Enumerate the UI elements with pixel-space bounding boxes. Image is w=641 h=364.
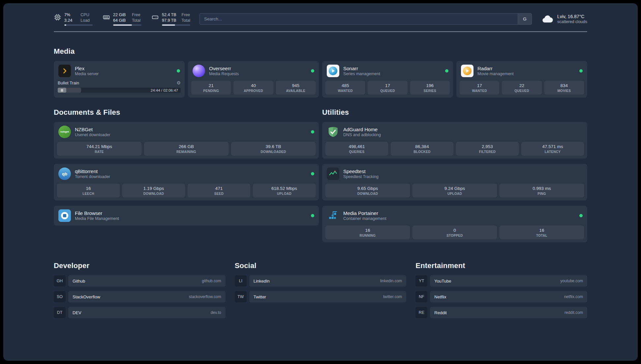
- service-link-portainer[interactable]: Media Portainer Container management: [325, 209, 584, 223]
- service-link-speedtest[interactable]: Speedtest Speedtest Tracking: [325, 167, 584, 181]
- adguard-icon: [327, 126, 339, 138]
- cpu-progress-bar: [64, 24, 93, 26]
- bookmark-name: DEV: [73, 310, 81, 315]
- bookmark-abbr: GH: [54, 275, 66, 287]
- stat-value: 1.19 Gbps: [124, 186, 184, 191]
- bookmark-linkedin[interactable]: LI LinkedIn linkedin.com: [235, 275, 407, 287]
- disk-total-value: 97.9 TB: [162, 18, 176, 23]
- bookmarks-area: Developer GH Github github.com SO StackO…: [54, 261, 587, 323]
- service-name: File Browser: [75, 210, 119, 216]
- stat-value: 40: [235, 83, 272, 88]
- stat-label: UPLOAD: [414, 192, 496, 196]
- stat-blocked: 86,384 BLOCKED: [391, 142, 453, 156]
- bookmark-dev[interactable]: DT DEV dev.to: [54, 307, 226, 318]
- service-description: Torrent downloader: [75, 174, 110, 179]
- stat-label: AVAILABLE: [277, 89, 314, 93]
- service-link-filebrowser[interactable]: File Browser Media File Management: [57, 209, 316, 223]
- service-link-plex[interactable]: Plex Media server: [57, 64, 181, 78]
- bookmark-github[interactable]: GH Github github.com: [54, 275, 226, 287]
- status-dot: [177, 69, 180, 73]
- service-link-sonarr[interactable]: Sonarr Series management: [325, 64, 450, 78]
- stat-label: LATENCY: [523, 150, 583, 154]
- topbar: 7% CPU 3.24 Load 22 GiB Free 64 GiB: [54, 12, 587, 26]
- stat-wanted: 485 WANTED: [325, 81, 365, 95]
- bookmark-name: Twitter: [254, 294, 266, 299]
- stat-value: 2,953: [457, 144, 517, 149]
- status-dot: [311, 172, 314, 175]
- bookmarks-entertainment: Entertainment YT YouTube youtube.com NF …: [415, 261, 587, 323]
- service-link-radarr[interactable]: Radarr Movie management: [460, 64, 584, 78]
- stat-value: 618.52 Mbps: [254, 186, 314, 191]
- service-card-overseerr: Overseerr Media Requests 21 PENDING 40 A…: [188, 61, 319, 98]
- stat-remaining: 266 GB REMAINING: [144, 142, 229, 156]
- stat-value: 196: [412, 83, 448, 88]
- topbar-divider: [54, 31, 587, 32]
- bookmark-stackoverflow[interactable]: SO StackOverflow stackoverflow.com: [54, 291, 226, 302]
- bookmark-twitter[interactable]: TW Twitter twitter.com: [235, 291, 407, 302]
- service-link-qbittorrent[interactable]: qb qBittorrent Torrent downloader: [57, 167, 316, 181]
- memory-label-2: Total: [132, 18, 141, 23]
- bookmark-youtube[interactable]: YT YouTube youtube.com: [415, 275, 587, 287]
- service-name: qBittorrent: [75, 168, 110, 174]
- playback-progress-bar[interactable]: 24:44 / 02:06:47: [58, 88, 181, 93]
- disk-free-value: 52.4 TB: [162, 12, 176, 18]
- cpu-label-1: CPU: [80, 12, 93, 18]
- weather-condition: scattered clouds: [557, 19, 587, 24]
- search-input[interactable]: [200, 14, 518, 24]
- disk-icon: [151, 14, 159, 21]
- service-name: Overseerr: [209, 66, 239, 71]
- section-heading-social: Social: [235, 261, 407, 270]
- pause-button[interactable]: [58, 88, 66, 93]
- bookmark-domain: youtube.com: [560, 279, 583, 283]
- stat-running: 16 RUNNING: [325, 226, 410, 239]
- service-card-nzbget: nzbget NZBGet Usenet downloader 744.21 M…: [54, 122, 319, 159]
- bookmark-name: Netflix: [434, 294, 446, 299]
- section-heading-developer: Developer: [54, 261, 226, 270]
- stat-label: QUEUED: [503, 89, 540, 93]
- stat-downloaded: 39.6 TB DOWNLOADED: [231, 142, 316, 156]
- stat-value: 834: [546, 83, 583, 88]
- service-link-adguard[interactable]: AdGuard Home DNS and adblocking: [325, 125, 584, 139]
- memory-widget: 22 GiB Free 64 GiB Total: [103, 12, 141, 26]
- search-provider-button[interactable]: G: [518, 14, 532, 24]
- stat-value: 498,461: [327, 144, 387, 149]
- service-description: Speedtest Tracking: [343, 174, 379, 179]
- service-name: Sonarr: [343, 66, 380, 71]
- service-description: Media server: [75, 72, 99, 76]
- section-heading-media: Media: [54, 47, 587, 56]
- bookmark-reddit[interactable]: RE Reddit reddit.com: [415, 307, 587, 318]
- speedtest-icon: [327, 167, 339, 180]
- stat-value: 17: [369, 83, 406, 88]
- stat-value: 744.21 Mbps: [58, 144, 140, 149]
- stat-label: QUEUED: [369, 89, 406, 93]
- bookmark-abbr: TW: [235, 291, 247, 302]
- overseerr-icon: [193, 65, 205, 77]
- stat-value: 0: [414, 228, 496, 233]
- stat-label: FILTERED: [457, 150, 517, 154]
- stat-label: SEED: [189, 192, 249, 196]
- cpu-usage-value: 7%: [64, 12, 75, 18]
- stat-download: 1.19 Gbps DOWNLOAD: [122, 184, 185, 197]
- cpu-label-2: Load: [80, 18, 93, 23]
- bookmarks-social: Social LI LinkedIn linkedin.com TW Twitt…: [235, 261, 407, 323]
- status-dot: [311, 130, 314, 134]
- stat-value: 266 GB: [145, 144, 227, 149]
- stat-value: 16: [501, 228, 583, 233]
- section-heading-utilities: Utilities: [322, 108, 587, 117]
- gear-icon[interactable]: ⚙: [176, 80, 181, 85]
- bookmark-domain: linkedin.com: [380, 279, 402, 283]
- bookmark-netflix[interactable]: NF Netflix netflix.com: [415, 291, 587, 302]
- service-link-overseerr[interactable]: Overseerr Media Requests: [191, 64, 316, 78]
- service-description: DNS and adblocking: [343, 133, 381, 137]
- bookmark-domain: stackoverflow.com: [189, 294, 221, 299]
- filebrowser-icon: [58, 209, 71, 222]
- service-name: Plex: [75, 66, 99, 71]
- stat-seed: 471 SEED: [188, 184, 250, 197]
- status-dot: [579, 69, 583, 73]
- cpu-load-value: 3.24: [64, 18, 75, 23]
- stat-value: 16: [327, 228, 409, 233]
- stat-upload: 618.52 Mbps UPLOAD: [253, 184, 316, 197]
- stat-label: APPROVED: [235, 89, 272, 93]
- documents-section: Documents & Files nzbget NZBGet Usenet d…: [54, 108, 319, 226]
- service-link-nzbget[interactable]: nzbget NZBGet Usenet downloader: [57, 125, 316, 139]
